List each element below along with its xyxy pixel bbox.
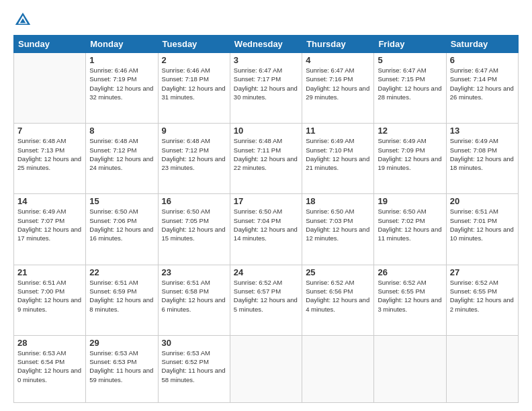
- day-of-week-header: Monday: [86, 36, 158, 53]
- day-number: 25: [306, 267, 370, 277]
- day-info: Sunrise: 6:50 AM Sunset: 7:04 PM Dayligh…: [234, 207, 298, 242]
- day-of-week-header: Tuesday: [158, 36, 230, 53]
- day-number: 11: [306, 126, 370, 136]
- calendar-cell: 30Sunrise: 6:53 AM Sunset: 6:52 PM Dayli…: [158, 335, 230, 402]
- calendar-cell: 25Sunrise: 6:52 AM Sunset: 6:56 PM Dayli…: [302, 265, 374, 335]
- day-number: 29: [89, 338, 154, 348]
- week-row: 14Sunrise: 6:49 AM Sunset: 7:07 PM Dayli…: [14, 194, 519, 265]
- calendar-cell: 14Sunrise: 6:49 AM Sunset: 7:07 PM Dayli…: [14, 194, 86, 265]
- logo-icon: [13, 11, 32, 30]
- day-info: Sunrise: 6:51 AM Sunset: 7:01 PM Dayligh…: [450, 207, 515, 242]
- day-of-week-header: Saturday: [446, 36, 518, 53]
- day-info: Sunrise: 6:51 AM Sunset: 6:58 PM Dayligh…: [162, 278, 226, 314]
- day-info: Sunrise: 6:49 AM Sunset: 7:09 PM Dayligh…: [378, 136, 442, 172]
- day-info: Sunrise: 6:52 AM Sunset: 6:55 PM Dayligh…: [450, 278, 515, 314]
- calendar-cell: 22Sunrise: 6:51 AM Sunset: 6:59 PM Dayli…: [86, 265, 158, 335]
- day-number: 22: [89, 267, 154, 277]
- calendar-cell: 15Sunrise: 6:50 AM Sunset: 7:06 PM Dayli…: [86, 194, 158, 265]
- calendar-cell: [302, 335, 374, 402]
- day-number: 9: [162, 126, 226, 136]
- day-info: Sunrise: 6:51 AM Sunset: 6:59 PM Dayligh…: [89, 278, 154, 314]
- calendar-cell: 23Sunrise: 6:51 AM Sunset: 6:58 PM Dayli…: [158, 265, 230, 335]
- day-number: 1: [89, 55, 154, 65]
- calendar-cell: 13Sunrise: 6:49 AM Sunset: 7:08 PM Dayli…: [446, 124, 518, 194]
- day-info: Sunrise: 6:52 AM Sunset: 6:56 PM Dayligh…: [306, 278, 370, 314]
- day-of-week-header: Friday: [374, 36, 446, 53]
- header-row: SundayMondayTuesdayWednesdayThursdayFrid…: [14, 36, 519, 53]
- day-info: Sunrise: 6:47 AM Sunset: 7:17 PM Dayligh…: [234, 66, 298, 101]
- calendar-cell: 5Sunrise: 6:47 AM Sunset: 7:15 PM Daylig…: [374, 53, 446, 124]
- header: [13, 11, 519, 30]
- day-number: 4: [306, 55, 370, 65]
- day-info: Sunrise: 6:48 AM Sunset: 7:11 PM Dayligh…: [234, 136, 298, 172]
- calendar-cell: 11Sunrise: 6:49 AM Sunset: 7:10 PM Dayli…: [302, 124, 374, 194]
- day-info: Sunrise: 6:50 AM Sunset: 7:06 PM Dayligh…: [89, 207, 154, 242]
- week-row: 7Sunrise: 6:48 AM Sunset: 7:13 PM Daylig…: [14, 124, 519, 194]
- calendar-cell: 9Sunrise: 6:48 AM Sunset: 7:12 PM Daylig…: [158, 124, 230, 194]
- calendar-cell: 12Sunrise: 6:49 AM Sunset: 7:09 PM Dayli…: [374, 124, 446, 194]
- calendar-cell: 10Sunrise: 6:48 AM Sunset: 7:11 PM Dayli…: [230, 124, 302, 194]
- day-number: 16: [162, 196, 226, 206]
- day-number: 8: [89, 126, 154, 136]
- day-number: 10: [234, 126, 298, 136]
- day-number: 7: [17, 126, 82, 136]
- day-number: 5: [378, 55, 442, 65]
- day-number: 26: [378, 267, 442, 277]
- day-info: Sunrise: 6:46 AM Sunset: 7:19 PM Dayligh…: [89, 66, 154, 101]
- calendar-cell: 21Sunrise: 6:51 AM Sunset: 7:00 PM Dayli…: [14, 265, 86, 335]
- day-number: 19: [378, 196, 442, 206]
- calendar-cell: 16Sunrise: 6:50 AM Sunset: 7:05 PM Dayli…: [158, 194, 230, 265]
- day-number: 12: [378, 126, 442, 136]
- day-info: Sunrise: 6:49 AM Sunset: 7:10 PM Dayligh…: [306, 136, 370, 172]
- calendar-cell: 8Sunrise: 6:48 AM Sunset: 7:12 PM Daylig…: [86, 124, 158, 194]
- day-info: Sunrise: 6:49 AM Sunset: 7:07 PM Dayligh…: [17, 207, 82, 242]
- calendar-cell: 18Sunrise: 6:50 AM Sunset: 7:03 PM Dayli…: [302, 194, 374, 265]
- day-number: 6: [450, 55, 515, 65]
- week-row: 28Sunrise: 6:53 AM Sunset: 6:54 PM Dayli…: [14, 335, 519, 402]
- day-info: Sunrise: 6:50 AM Sunset: 7:05 PM Dayligh…: [162, 207, 226, 242]
- page: SundayMondayTuesdayWednesdayThursdayFrid…: [0, 0, 532, 411]
- day-number: 13: [450, 126, 515, 136]
- day-info: Sunrise: 6:53 AM Sunset: 6:53 PM Dayligh…: [89, 349, 154, 384]
- day-number: 15: [89, 196, 154, 206]
- calendar-cell: 20Sunrise: 6:51 AM Sunset: 7:01 PM Dayli…: [446, 194, 518, 265]
- day-of-week-header: Thursday: [302, 36, 374, 53]
- calendar-cell: 2Sunrise: 6:46 AM Sunset: 7:18 PM Daylig…: [158, 53, 230, 124]
- day-info: Sunrise: 6:49 AM Sunset: 7:08 PM Dayligh…: [450, 136, 515, 172]
- day-number: 27: [450, 267, 515, 277]
- calendar-cell: [374, 335, 446, 402]
- calendar-cell: [230, 335, 302, 402]
- calendar-cell: 29Sunrise: 6:53 AM Sunset: 6:53 PM Dayli…: [86, 335, 158, 402]
- day-info: Sunrise: 6:50 AM Sunset: 7:02 PM Dayligh…: [378, 207, 442, 242]
- day-info: Sunrise: 6:50 AM Sunset: 7:03 PM Dayligh…: [306, 207, 370, 242]
- calendar-cell: 3Sunrise: 6:47 AM Sunset: 7:17 PM Daylig…: [230, 53, 302, 124]
- calendar-cell: 7Sunrise: 6:48 AM Sunset: 7:13 PM Daylig…: [14, 124, 86, 194]
- calendar-cell: 27Sunrise: 6:52 AM Sunset: 6:55 PM Dayli…: [446, 265, 518, 335]
- day-info: Sunrise: 6:51 AM Sunset: 7:00 PM Dayligh…: [17, 278, 82, 314]
- week-row: 21Sunrise: 6:51 AM Sunset: 7:00 PM Dayli…: [14, 265, 519, 335]
- day-info: Sunrise: 6:52 AM Sunset: 6:55 PM Dayligh…: [378, 278, 442, 314]
- day-info: Sunrise: 6:53 AM Sunset: 6:52 PM Dayligh…: [162, 349, 226, 384]
- calendar-cell: [446, 335, 518, 402]
- day-info: Sunrise: 6:47 AM Sunset: 7:14 PM Dayligh…: [450, 66, 515, 101]
- day-info: Sunrise: 6:47 AM Sunset: 7:16 PM Dayligh…: [306, 66, 370, 101]
- day-info: Sunrise: 6:52 AM Sunset: 6:57 PM Dayligh…: [234, 278, 298, 314]
- day-number: 21: [17, 267, 82, 277]
- day-info: Sunrise: 6:48 AM Sunset: 7:12 PM Dayligh…: [89, 136, 154, 172]
- day-number: 17: [234, 196, 298, 206]
- day-info: Sunrise: 6:48 AM Sunset: 7:12 PM Dayligh…: [162, 136, 226, 172]
- day-number: 28: [17, 338, 82, 348]
- calendar-cell: 6Sunrise: 6:47 AM Sunset: 7:14 PM Daylig…: [446, 53, 518, 124]
- day-of-week-header: Wednesday: [230, 36, 302, 53]
- day-info: Sunrise: 6:48 AM Sunset: 7:13 PM Dayligh…: [17, 136, 82, 172]
- day-info: Sunrise: 6:47 AM Sunset: 7:15 PM Dayligh…: [378, 66, 442, 101]
- week-row: 1Sunrise: 6:46 AM Sunset: 7:19 PM Daylig…: [14, 53, 519, 124]
- calendar-cell: 24Sunrise: 6:52 AM Sunset: 6:57 PM Dayli…: [230, 265, 302, 335]
- day-of-week-header: Sunday: [14, 36, 86, 53]
- day-info: Sunrise: 6:53 AM Sunset: 6:54 PM Dayligh…: [17, 349, 82, 384]
- calendar-cell: 19Sunrise: 6:50 AM Sunset: 7:02 PM Dayli…: [374, 194, 446, 265]
- day-number: 24: [234, 267, 298, 277]
- day-number: 18: [306, 196, 370, 206]
- day-number: 14: [17, 196, 82, 206]
- day-info: Sunrise: 6:46 AM Sunset: 7:18 PM Dayligh…: [162, 66, 226, 101]
